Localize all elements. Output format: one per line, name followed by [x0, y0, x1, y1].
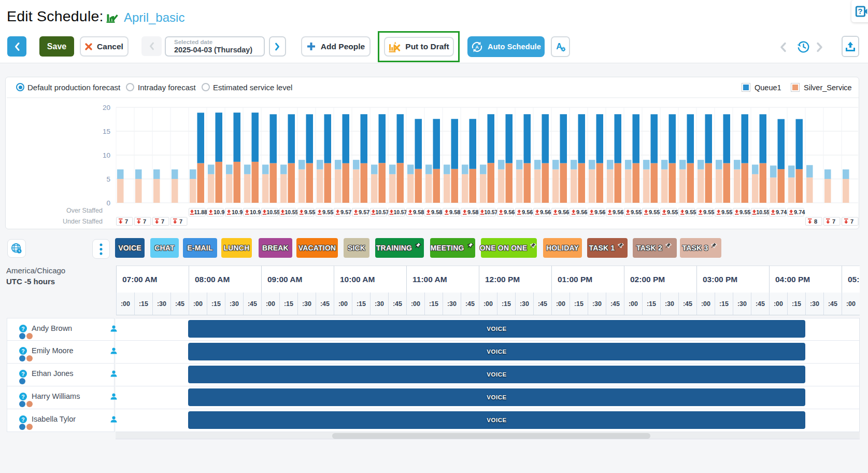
svg-text:8: 8: [814, 218, 817, 225]
svg-text:10.57: 10.57: [394, 210, 407, 215]
svg-text:10.55: 10.55: [757, 210, 770, 215]
svg-text:7: 7: [832, 218, 835, 225]
svg-text:9.56: 9.56: [594, 209, 605, 215]
svg-text:9.58: 9.58: [467, 209, 478, 215]
svg-text:Over Staffed: Over Staffed: [66, 207, 103, 214]
svg-text:9.74: 9.74: [794, 209, 805, 215]
svg-text:9.58: 9.58: [449, 209, 460, 215]
svg-text:10.57: 10.57: [376, 210, 389, 215]
svg-text:9.57: 9.57: [359, 209, 369, 215]
svg-text:7: 7: [125, 218, 128, 225]
svg-text:9.56: 9.56: [540, 209, 551, 215]
svg-text:A: A: [475, 44, 479, 49]
svg-text:7: 7: [179, 218, 182, 225]
svg-text:9.56: 9.56: [558, 209, 569, 215]
svg-text:15: 15: [103, 128, 110, 135]
svg-text:9.57: 9.57: [340, 209, 351, 215]
svg-text:9.55: 9.55: [721, 209, 732, 215]
svg-text:9.56: 9.56: [613, 209, 623, 215]
svg-text:9.56: 9.56: [504, 209, 515, 215]
svg-text:20: 20: [103, 104, 110, 112]
svg-text:7: 7: [143, 218, 146, 225]
svg-text:9.74: 9.74: [776, 209, 787, 215]
svg-text:9.58: 9.58: [413, 209, 424, 215]
svg-text:9.55: 9.55: [631, 209, 642, 215]
svg-text:9.55: 9.55: [685, 209, 696, 215]
svg-text:?: ?: [858, 7, 862, 16]
svg-text:9.56: 9.56: [522, 209, 533, 215]
svg-text:7: 7: [161, 218, 164, 225]
svg-text:9.58: 9.58: [431, 209, 442, 215]
svg-text:9.55: 9.55: [703, 209, 714, 215]
svg-text:9.55: 9.55: [667, 209, 678, 215]
svg-text:10.57: 10.57: [485, 210, 498, 215]
svg-text:9.56: 9.56: [576, 209, 587, 215]
svg-text:9.55: 9.55: [649, 209, 660, 215]
svg-text:10.9: 10.9: [232, 209, 243, 215]
svg-text:0: 0: [106, 199, 110, 207]
svg-text:Under Staffed: Under Staffed: [63, 218, 103, 225]
svg-text:11.88: 11.88: [194, 210, 207, 215]
svg-text:10: 10: [103, 151, 110, 159]
svg-text:9.55: 9.55: [322, 209, 333, 215]
svg-text:7: 7: [850, 218, 853, 225]
svg-text:9.55: 9.55: [739, 209, 750, 215]
svg-text:10.9: 10.9: [214, 209, 224, 215]
svg-text:10.55: 10.55: [267, 210, 280, 215]
svg-text:10.55: 10.55: [285, 210, 298, 215]
svg-text:5: 5: [106, 175, 110, 183]
svg-text:10.9: 10.9: [250, 209, 261, 215]
svg-text:9.55: 9.55: [304, 209, 315, 215]
